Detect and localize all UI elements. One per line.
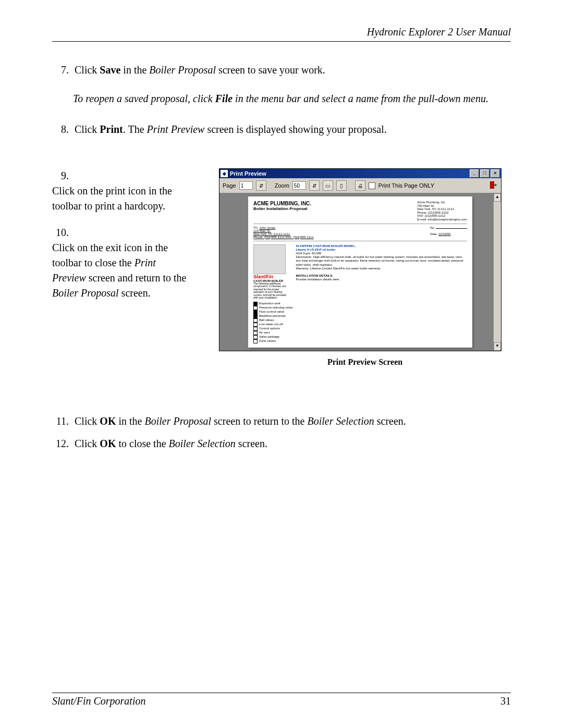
step-body: Click OK in the Boiler Proposal screen t… <box>75 414 471 429</box>
spec-input: AGA Input: 90,000 <box>296 252 467 255</box>
step-body: Click OK to close the Boiler Selection s… <box>75 436 471 451</box>
text: in the menu bar and select a name from t… <box>232 93 488 104</box>
option-row: Zone valves <box>253 339 292 343</box>
model-header: SLANT/FIN CAST-IRON BOILER MODEL: <box>296 244 467 248</box>
bold-text: OK <box>100 438 116 449</box>
italic-text: Boiler Proposal <box>52 287 119 299</box>
bold-text: File <box>215 93 232 104</box>
maximize-button[interactable]: □ <box>480 169 489 178</box>
option-checkbox <box>253 314 258 318</box>
app-icon: ◆ <box>221 170 228 177</box>
option-checkbox <box>253 318 258 323</box>
step-7: 7. Click Save in the Boiler Proposal scr… <box>52 63 511 78</box>
option-row: Control options <box>253 327 292 331</box>
titlebar: ◆ Print Preview _ □ × <box>219 169 501 178</box>
step-number: 7. <box>52 63 69 78</box>
toolbar: Page ⇵ Zoom ⇵ ▭ ▯ 🖨 Print This Page ONLY <box>219 178 501 193</box>
text: screen. <box>236 438 267 449</box>
italic-text: Print Preview <box>147 124 205 135</box>
page-updown-button[interactable]: ⇵ <box>256 180 266 191</box>
text: in the <box>120 64 149 76</box>
print-button[interactable]: 🖨 <box>355 180 365 191</box>
window-title: Print Preview <box>230 170 266 177</box>
minimize-button[interactable]: _ <box>470 169 479 178</box>
italic-text: Boiler Selection <box>169 438 236 449</box>
option-label: Air vent <box>259 331 270 335</box>
step-number: 12. <box>52 436 69 451</box>
boiler-image <box>253 244 286 274</box>
step-8: 8. Click Print. The Print Preview screen… <box>52 122 511 137</box>
option-label: Ball valves <box>259 318 274 323</box>
fit-page-button[interactable]: ▯ <box>336 180 347 191</box>
option-label: Valve package <box>259 335 279 339</box>
page-input[interactable] <box>239 181 253 190</box>
option-label: Expansion tank <box>259 302 280 306</box>
step-body: Click Save in the Boiler Proposal screen… <box>75 63 471 78</box>
text: screen. <box>119 287 151 299</box>
step-number: 9. <box>52 168 69 183</box>
preview-area: ACME PLUMBING, INC. Boiler Installation … <box>219 193 501 351</box>
brand-logo: Slant/Fin <box>253 274 292 279</box>
option-checkbox <box>253 302 258 306</box>
options-list: Expansion tankPressure reducing valveFlo… <box>253 302 292 343</box>
text: to close the <box>116 438 168 449</box>
company-name: ACME PLUMBING, INC. <box>253 201 311 206</box>
option-row: Air vent <box>253 331 292 335</box>
step-number: 11. <box>52 414 69 429</box>
bold-text: Print <box>100 124 123 135</box>
text: in the <box>116 415 144 427</box>
text: screen to save your work. <box>216 64 325 76</box>
bold-text: OK <box>100 415 116 427</box>
text: . The <box>123 124 147 135</box>
proposal-subtitle: Boiler Installation Proposal <box>253 206 311 211</box>
fit-width-button[interactable]: ▭ <box>323 180 333 191</box>
install-body: Provide installation details here. <box>296 278 467 281</box>
italic-text: Boiler Proposal <box>149 64 216 76</box>
print-this-page-checkbox[interactable] <box>369 182 375 189</box>
option-row: Low water cut-off <box>253 323 292 327</box>
step-9: 9. Click on the print icon in the toolba… <box>52 168 209 214</box>
scroll-down-arrow[interactable]: ▼ <box>494 342 501 351</box>
date-value: 12/19/02 <box>438 232 450 236</box>
text: screen. <box>374 415 406 427</box>
step-number: 8. <box>52 122 69 137</box>
option-checkbox <box>253 323 258 327</box>
option-row: Ball valves <box>253 318 292 323</box>
exit-button[interactable] <box>488 181 498 190</box>
to-phone: Phone: (516)555-1111 FAX: (516)555-1111 <box>253 236 314 239</box>
option-checkbox <box>253 331 258 335</box>
page-header: Hydronic Explorer 2 User Manual <box>52 26 511 42</box>
step-body: Click Print. The Print Preview screen is… <box>75 122 471 137</box>
page-label: Page <box>223 182 236 189</box>
step-body: Click on the print icon in the toolbar t… <box>52 183 187 214</box>
text: screen is displayed showing your proposa… <box>204 124 386 135</box>
footer-page-number: 31 <box>500 695 511 707</box>
italic-text: Boiler Selection <box>307 415 374 427</box>
step-12: 12. Click OK to close the Boiler Selecti… <box>52 436 511 451</box>
print-preview-window: ◆ Print Preview _ □ × Page ⇵ Zoom ⇵ ▭ <box>219 168 501 351</box>
vertical-scrollbar[interactable]: ▲ ▼ <box>493 193 501 351</box>
zoom-updown-button[interactable]: ⇵ <box>309 180 320 191</box>
print-this-page-label: Print This Page ONLY <box>378 182 434 189</box>
option-checkbox <box>253 335 258 339</box>
option-checkbox <box>253 306 258 310</box>
printer-icon: 🖨 <box>358 183 363 189</box>
text: screen to return to the <box>211 415 307 427</box>
option-checkbox <box>253 339 258 343</box>
italic-text: Boiler Proposal <box>144 415 211 427</box>
zoom-input[interactable] <box>292 181 306 190</box>
svg-rect-1 <box>491 182 494 188</box>
scroll-track[interactable] <box>494 202 501 342</box>
option-label: Flow control valve <box>259 310 284 314</box>
close-button[interactable]: × <box>491 169 500 178</box>
option-checkbox <box>253 310 258 314</box>
option-row: Expansion tank <box>253 302 292 306</box>
option-row: Backflow preventer <box>253 314 292 318</box>
install-head: INSTALLATION DETAILS: <box>296 274 467 278</box>
option-label: Zone valves <box>259 339 276 343</box>
date-label: Date: <box>430 232 437 236</box>
scroll-up-arrow[interactable]: ▲ <box>494 193 501 202</box>
step-number: 10. <box>52 225 69 240</box>
option-label: Control options <box>259 327 280 331</box>
step-7-note: To reopen a saved proposal, click File i… <box>73 91 511 106</box>
